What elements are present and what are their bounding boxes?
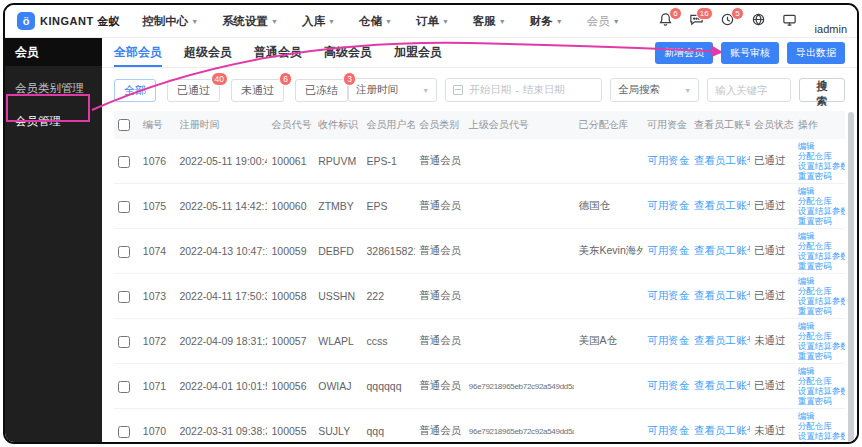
member-tab[interactable]: 普通会员 (254, 38, 302, 67)
status-filter-button[interactable]: 未通过 6 (231, 79, 284, 102)
cell-member-type: 普通会员 (415, 139, 465, 184)
nav-menu-item-label: 订单 (416, 14, 439, 29)
search-button[interactable]: 搜索 (799, 78, 845, 102)
cell-status: 未通过 (750, 409, 794, 445)
status-filter-button[interactable]: 已通过 40 (167, 79, 220, 102)
row-action-link[interactable]: 编辑 (798, 321, 841, 331)
row-action-link[interactable]: 编辑 (798, 411, 841, 421)
row-action-link[interactable]: 分配仓库 (798, 196, 841, 206)
member-tab[interactable]: 高级会员 (324, 38, 372, 67)
nav-menu-item[interactable]: 系统设置 ▼ (222, 14, 278, 29)
search-scope-value: 全局搜索 (618, 83, 660, 97)
cell-member-code: 100057 (267, 319, 314, 364)
nav-menu-item[interactable]: 财务 ▼ (530, 14, 563, 29)
cell-warehouse: 美东Kevin海外仓 (574, 229, 643, 274)
row-action-link[interactable]: 编辑 (798, 276, 841, 286)
row-action-link[interactable]: 设置结算参数 (798, 161, 841, 171)
header-action-button[interactable]: 导出数据 (787, 42, 845, 64)
row-action-link[interactable]: 分配仓库 (798, 241, 841, 251)
date-range-picker[interactable]: 开始日期 - 结束日期 (445, 78, 602, 102)
member-tab[interactable]: 全部会员 (114, 38, 162, 67)
keyword-input[interactable] (707, 78, 791, 102)
row-action-link[interactable]: 设置结算参数 (798, 296, 841, 306)
globe-icon[interactable] (751, 12, 767, 28)
row-action-link[interactable]: 编辑 (798, 231, 841, 241)
chat-icon[interactable]: 16 (689, 12, 705, 28)
member-tab[interactable]: 加盟会员 (394, 38, 442, 67)
row-checkbox[interactable] (118, 291, 130, 303)
row-action-link[interactable]: 重置密码 (798, 261, 841, 271)
row-checkbox[interactable] (118, 246, 130, 258)
row-action-link[interactable]: 重置密码 (798, 171, 841, 181)
cell-username: 328615821 (363, 229, 416, 274)
row-action-link[interactable]: 重置密码 (798, 441, 841, 444)
row-action-link[interactable]: 设置结算参数 (798, 206, 841, 216)
row-checkbox[interactable] (118, 336, 130, 348)
nav-menu-item[interactable]: 控制中心 ▼ (142, 14, 198, 29)
row-checkbox[interactable] (118, 381, 130, 393)
row-action-link[interactable]: 设置结算参数 (798, 431, 841, 441)
funds-link[interactable]: 可用资金 (647, 379, 689, 391)
staff-account-link[interactable]: 查看员工账号 (694, 379, 750, 391)
row-action-link[interactable]: 编辑 (798, 186, 841, 196)
row-action-link[interactable]: 分配仓库 (798, 421, 841, 431)
sidebar-item[interactable]: 会员类别管理 (5, 72, 102, 105)
cell-status: 已通过 (750, 274, 794, 319)
staff-account-link[interactable]: 查看员工账号 (694, 334, 750, 346)
vertical-scrollbar[interactable] (848, 112, 854, 444)
row-action-link[interactable]: 分配仓库 (798, 331, 841, 341)
cell-register-time: 2022-03-31 09:38:30 (175, 409, 267, 445)
brand-logo[interactable]: ö KINGANT 金蚁 (17, 12, 120, 30)
header-action-button[interactable]: 新增会员 (655, 42, 713, 64)
status-filter-button[interactable]: 已冻结 3 (295, 79, 348, 102)
staff-account-link[interactable]: 查看员工账号 (694, 199, 750, 211)
row-action-link[interactable]: 重置密码 (798, 396, 841, 406)
sidebar-item[interactable]: 会员管理 (5, 105, 102, 138)
header-action-button[interactable]: 账号审核 (721, 42, 779, 64)
row-action-link[interactable]: 分配仓库 (798, 286, 841, 296)
status-filters: 全部 已通过 40 未通过 6 (114, 79, 348, 102)
cell-member-type: 普通会员 (415, 184, 465, 229)
staff-account-link[interactable]: 查看员工账号 (694, 424, 750, 436)
staff-account-link[interactable]: 查看员工账号 (694, 244, 750, 256)
row-action-link[interactable]: 重置密码 (798, 306, 841, 316)
row-action-link[interactable]: 编辑 (798, 366, 841, 376)
search-scope-select[interactable]: 全局搜索 ▼ (610, 78, 699, 102)
row-checkbox[interactable] (118, 156, 130, 168)
status-filter-button[interactable]: 全部 (114, 79, 156, 102)
funds-link[interactable]: 可用资金 (647, 334, 689, 346)
staff-account-link[interactable]: 查看员工账号 (694, 289, 750, 301)
funds-link[interactable]: 可用资金 (647, 289, 689, 301)
nav-menu-item[interactable]: 会员 ▼ (587, 14, 620, 29)
bell-icon[interactable]: 6 (658, 12, 674, 28)
row-action-link[interactable]: 设置结算参数 (798, 341, 841, 351)
row-action-link[interactable]: 重置密码 (798, 351, 841, 361)
monitor-icon[interactable] (782, 12, 798, 28)
row-action-link[interactable]: 分配仓库 (798, 376, 841, 386)
row-action-link[interactable]: 编辑 (798, 141, 841, 151)
row-checkbox[interactable] (118, 201, 130, 213)
row-action-link[interactable]: 分配仓库 (798, 151, 841, 161)
current-username[interactable]: iadmin (815, 23, 847, 38)
cell-status: 未通过 (750, 319, 794, 364)
staff-account-link[interactable]: 查看员工账号 (694, 154, 750, 166)
funds-link[interactable]: 可用资金 (647, 154, 689, 166)
row-action-link[interactable]: 重置密码 (798, 216, 841, 226)
funds-link[interactable]: 可用资金 (647, 199, 689, 211)
member-tab[interactable]: 超级会员 (184, 38, 232, 67)
select-all-checkbox[interactable] (118, 119, 130, 131)
col-header: 会员用户名 (363, 111, 416, 139)
col-header: 注册时间 (175, 111, 267, 139)
nav-menu-item[interactable]: 订单 ▼ (416, 14, 449, 29)
col-header: 查看员工账号 (690, 111, 750, 139)
time-type-select[interactable]: 注册时间 ▼ (348, 78, 437, 102)
funds-link[interactable]: 可用资金 (647, 244, 689, 256)
nav-menu-item[interactable]: 客服 ▼ (473, 14, 506, 29)
funds-link[interactable]: 可用资金 (647, 424, 689, 436)
row-checkbox[interactable] (118, 426, 130, 438)
row-action-link[interactable]: 设置结算参数 (798, 251, 841, 261)
row-action-link[interactable]: 设置结算参数 (798, 386, 841, 396)
nav-menu-item[interactable]: 仓储 ▼ (359, 14, 392, 29)
clock-icon[interactable]: 5 (720, 12, 736, 28)
nav-menu-item[interactable]: 入库 ▼ (302, 14, 335, 29)
